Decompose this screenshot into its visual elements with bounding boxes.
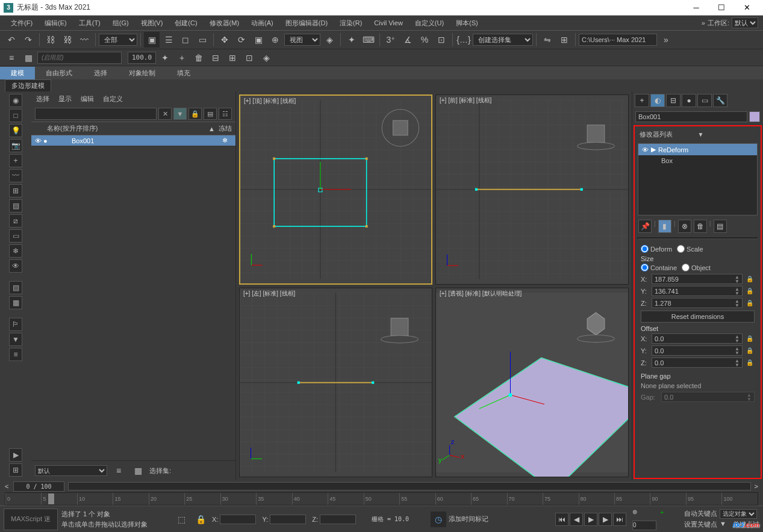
menu-modifiers[interactable]: 修改器(M) xyxy=(204,17,246,29)
pin-stack-button[interactable]: 📌 xyxy=(638,220,652,233)
layer-btn-b[interactable]: ⊞ xyxy=(225,50,240,66)
layer-btn-a[interactable]: ⊟ xyxy=(208,50,223,66)
modifier-item-box[interactable]: Box xyxy=(638,155,757,166)
offset-y-spinner[interactable]: 0.0▲▼ xyxy=(652,345,743,356)
size-y-spinner[interactable]: 136.741▲▼ xyxy=(652,286,743,296)
disp-geometry-icon[interactable]: □ xyxy=(9,109,22,122)
lock-selection-icon[interactable]: ⬚ xyxy=(173,512,189,527)
scene-tab-customize[interactable]: 自定义 xyxy=(103,94,123,104)
align-button[interactable]: ⊞ xyxy=(556,32,572,48)
window-crossing-button[interactable]: ▭ xyxy=(195,32,210,48)
select-object-button[interactable]: ▣ xyxy=(144,32,160,48)
next-frame-icon[interactable]: > xyxy=(755,483,758,490)
angle-snap-button[interactable]: ∡ xyxy=(400,32,416,48)
disp-flag-icon[interactable]: 🏳 xyxy=(9,318,22,331)
set-key-label[interactable]: 设置关键点 xyxy=(684,520,717,529)
size-x-spinner[interactable]: 187.859▲▼ xyxy=(652,274,743,284)
visibility-icon[interactable]: 👁 xyxy=(642,146,649,153)
lock-icon[interactable]: 🔒 xyxy=(193,512,208,527)
object-radio[interactable]: Object xyxy=(682,264,711,271)
menu-group[interactable]: 组(G) xyxy=(107,17,135,29)
modify-tab[interactable]: ◐ xyxy=(650,94,665,107)
delete-layer-button[interactable]: 🗑 xyxy=(191,50,207,66)
coord-y-input[interactable] xyxy=(270,515,306,524)
minimize-button[interactable]: ─ xyxy=(684,0,709,16)
scene-tab-select[interactable]: 选择 xyxy=(36,94,49,104)
offset-z-spinner[interactable]: 0.0▲▼ xyxy=(652,357,743,368)
disp-grid-icon[interactable]: ▦ xyxy=(9,296,22,309)
layer-props-button[interactable]: ▦ xyxy=(20,50,36,66)
disp-frozen-icon[interactable]: ❄ xyxy=(9,244,22,258)
menu-civil-view[interactable]: Civil View xyxy=(368,17,408,28)
more-button[interactable]: » xyxy=(658,32,674,48)
tree-mode-icon[interactable]: ☷ xyxy=(219,108,232,120)
play-button[interactable]: ▶ xyxy=(584,513,597,526)
reset-dimensions-button[interactable]: Reset dimensions xyxy=(641,311,755,323)
filter-icon[interactable]: ▼ xyxy=(173,108,187,120)
menu-file[interactable]: 文件(F) xyxy=(5,17,39,29)
list-mode-icon[interactable]: ▤ xyxy=(204,108,217,120)
auto-key-label[interactable]: 自动关键点 xyxy=(684,509,717,518)
viewport-left-label[interactable]: [+] [左] [标准] [线框] xyxy=(243,289,295,298)
prev-frame-icon[interactable]: < xyxy=(5,483,8,490)
scene-tab-edit[interactable]: 编辑 xyxy=(81,94,94,104)
menu-animation[interactable]: 动画(A) xyxy=(245,17,279,29)
utilities-tab[interactable]: 🔧 xyxy=(713,94,727,107)
time-tag-icon[interactable]: ◷ xyxy=(431,512,446,527)
workspace-selector[interactable]: » 工作区: 默认 xyxy=(702,17,758,28)
menu-create[interactable]: 创建(C) xyxy=(169,17,203,29)
object-color-swatch[interactable] xyxy=(749,111,760,122)
layer-name-input[interactable] xyxy=(37,52,122,64)
modifier-list-dropdown[interactable]: 修改器列表▼ xyxy=(636,128,759,141)
show-end-result-button[interactable]: ▮ xyxy=(658,220,671,233)
clear-search-icon[interactable]: ✕ xyxy=(158,108,172,120)
next-frame-button[interactable]: ▶ xyxy=(599,513,612,526)
disp-list-icon[interactable]: ▤ xyxy=(9,281,22,294)
freeze-icon[interactable]: ❄ xyxy=(217,137,232,144)
undo-button[interactable]: ↶ xyxy=(4,32,19,48)
rect-region-button[interactable]: ◻ xyxy=(178,32,193,48)
link-button[interactable]: ⛓ xyxy=(43,32,58,48)
menu-customize[interactable]: 自定义(U) xyxy=(409,17,450,29)
current-frame-input[interactable] xyxy=(632,521,656,530)
mode-modeling[interactable]: 建模 xyxy=(0,67,35,79)
disp-helpers-icon[interactable]: + xyxy=(9,154,22,167)
disp-container-icon[interactable]: ▭ xyxy=(9,229,22,243)
display-tab[interactable]: ▭ xyxy=(697,94,712,107)
viewport-top-label[interactable]: [+] [顶] [标准] [线框] xyxy=(244,97,296,105)
disp-xref-icon[interactable]: ▤ xyxy=(9,199,22,212)
scene-stack-icon[interactable]: ≡ xyxy=(111,463,126,478)
viewport-perspective[interactable]: [+] [透视] [标准] [默认明暗处理] xyz xyxy=(435,288,629,478)
goto-end-button[interactable]: ⏭ xyxy=(613,513,626,526)
keyboard-shortcut-button[interactable]: ⌨ xyxy=(361,32,376,48)
disp-light-icon[interactable]: 💡 xyxy=(9,124,22,137)
viewport-front-label[interactable]: [+] [前] [标准] [线框] xyxy=(440,96,491,105)
visibility-icon[interactable]: 👁 xyxy=(35,137,42,144)
scene-tab-display[interactable]: 显示 xyxy=(58,94,72,104)
scene-list-header[interactable]: 名称(按升序排序) ▲ 冻结 xyxy=(31,122,235,135)
lock-y-icon[interactable]: 🔒 xyxy=(745,288,755,294)
viewport-left[interactable]: [+] [左] [标准] [线框] xyxy=(239,288,432,478)
prev-frame-button[interactable]: ◀ xyxy=(570,513,583,526)
disp-collapse-icon[interactable]: ≡ xyxy=(9,348,22,361)
coord-system-combo[interactable]: 视图 xyxy=(284,34,320,46)
layer-btn-d[interactable]: ◈ xyxy=(258,50,274,66)
lock-oy-icon[interactable]: 🔒 xyxy=(745,347,755,354)
edit-named-sets-button[interactable]: {…} xyxy=(456,32,472,48)
scale-radio[interactable]: Scale xyxy=(677,245,703,253)
add-time-tag-label[interactable]: 添加时间标记 xyxy=(449,515,488,524)
scene-search-input[interactable] xyxy=(35,108,157,120)
motion-tab[interactable]: ● xyxy=(682,94,696,107)
remove-modifier-button[interactable]: 🗑 xyxy=(694,220,707,233)
close-button[interactable]: ✕ xyxy=(734,0,759,16)
hierarchy-tab[interactable]: ⊟ xyxy=(666,94,680,107)
scene-item-box001[interactable]: 👁● Box001 ❄ xyxy=(31,135,235,146)
rotate-button[interactable]: ⟳ xyxy=(234,32,249,48)
layer-btn-c[interactable]: ⊡ xyxy=(241,50,257,66)
viewport-front[interactable]: [+] [前] [标准] [线框] xyxy=(435,94,629,285)
menu-render[interactable]: 渲染(R) xyxy=(334,17,368,29)
lock-x-icon[interactable]: 🔒 xyxy=(745,276,755,282)
mode-freeform[interactable]: 自由形式 xyxy=(35,67,83,79)
lock-z-icon[interactable]: 🔒 xyxy=(745,300,755,306)
goto-start-button[interactable]: ⏮ xyxy=(555,513,568,526)
